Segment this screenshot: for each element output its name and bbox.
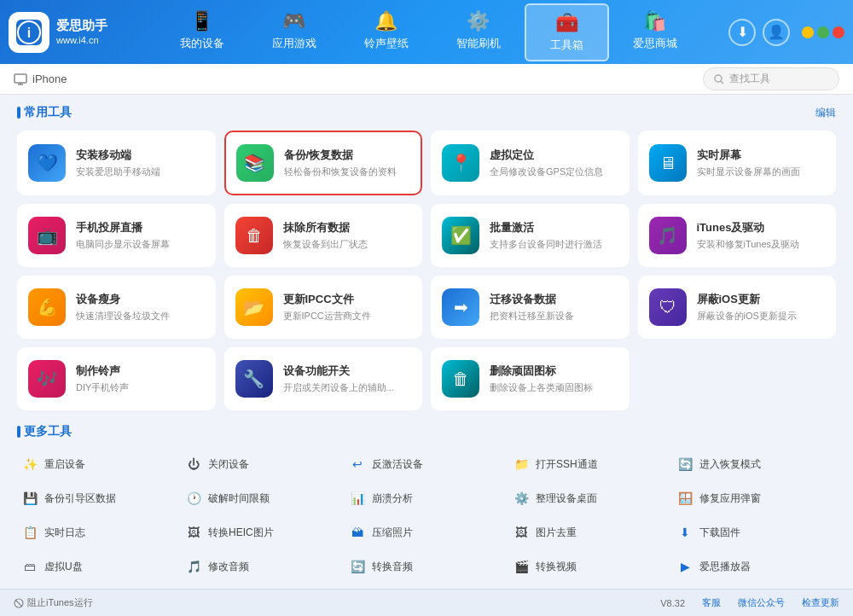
more-tool-crash-analysis[interactable]: 📊 崩溃分析 <box>345 484 508 513</box>
more-tool-convert-heic[interactable]: 🖼 转换HEIC图片 <box>181 518 345 547</box>
device-info: iPhone <box>14 73 67 86</box>
tool-icon-batch-activate: ✅ <box>442 217 479 254</box>
more-tool-aisi-player[interactable]: ▶ 爱思播放器 <box>672 552 836 581</box>
block-itunes-item[interactable]: 阻止iTunes运行 <box>14 596 93 609</box>
more-tool-ipa-sign[interactable]: 📝 IPA签名 <box>181 586 345 589</box>
tool-card-block-ios-update[interactable]: 🛡 屏蔽iOS更新 屏蔽设备的iOS更新提示 <box>638 276 837 339</box>
tool-desc-block-ios-update: 屏蔽设备的iOS更新提示 <box>697 310 826 322</box>
tool-desc-device-slim: 快速清理设备垃圾文件 <box>76 310 205 322</box>
more-tool-restart-device[interactable]: ✨ 重启设备 <box>17 450 181 479</box>
tool-card-migrate-data[interactable]: ➡ 迁移设备数据 把资料迁移至新设备 <box>431 276 630 339</box>
more-tool-deactivate-device[interactable]: ↩ 反激活设备 <box>345 450 508 479</box>
more-tool-recovery-mode[interactable]: 🔄 进入恢复模式 <box>672 450 836 479</box>
service-label[interactable]: 客服 <box>702 596 721 609</box>
nav-tab-aisi-store[interactable]: 🛍️爱思商城 <box>609 3 701 61</box>
more-tool-backup-guide[interactable]: 💾 备份引导区数据 <box>17 484 181 513</box>
download-button[interactable]: ⬇ <box>728 19 756 46</box>
svg-point-6 <box>715 75 722 82</box>
tool-card-update-ipcc[interactable]: 📂 更新IPCC文件 更新IPCC运营商文件 <box>224 276 423 339</box>
more-tool-organize-desktop[interactable]: ⚙️ 整理设备桌面 <box>508 484 672 513</box>
more-tool-social-backup[interactable]: 💬 社交软件备份 <box>345 586 508 589</box>
nav-tab-my-device[interactable]: 📱我的设备 <box>156 3 248 61</box>
nav-tab-icon-ringtones: 🔔 <box>374 10 397 32</box>
tool-info-remove-icons: 删除顽固图标 删除设备上各类顽固图标 <box>490 363 618 393</box>
tool-card-backup-restore[interactable]: 📚 备份/恢复数据 轻松备份和恢复设备的资料 <box>224 131 423 195</box>
tool-card-remove-icons[interactable]: 🗑 删除顽固图标 删除设备上各类顽固图标 <box>431 347 630 410</box>
more-tool-aisi-android[interactable]: 🤖 爱思安卓版 <box>17 586 181 589</box>
more-tool-name-convert-heic: 转换HEIC图片 <box>208 526 274 540</box>
maximize-button[interactable] <box>817 26 829 38</box>
tool-info-device-functions: 设备功能开关 开启或关闭设备上的辅助... <box>283 363 412 393</box>
tool-name-itunes-driver: iTunes及驱动 <box>697 220 826 235</box>
nav-tab-icon-toolbox: 🧰 <box>555 12 578 34</box>
user-button[interactable]: 👤 <box>763 19 790 46</box>
more-tool-fix-app-popup[interactable]: 🪟 修复应用弹窗 <box>672 484 836 513</box>
more-tool-emoji-maker[interactable]: 😊 表情制作 <box>672 586 836 589</box>
common-tools-header: 常用工具 编辑 <box>17 105 836 120</box>
more-tool-realtime-log[interactable]: 📋 实时日志 <box>17 518 181 547</box>
tool-card-erase-data[interactable]: 🗑 抹除所有数据 恢复设备到出厂状态 <box>224 204 423 267</box>
device-bar: iPhone 查找工具 <box>0 64 853 95</box>
edit-button[interactable]: 编辑 <box>815 106 836 120</box>
tool-card-itunes-driver[interactable]: 🎵 iTunes及驱动 安装和修复iTunes及驱动 <box>638 204 837 267</box>
more-tool-open-ssh[interactable]: 📁 打开SSH通道 <box>508 450 672 479</box>
monitor-icon <box>14 73 27 86</box>
more-tool-modify-audio[interactable]: 🎵 修改音频 <box>181 552 345 581</box>
more-tools-grid: ✨ 重启设备 ⏻ 关闭设备 ↩ 反激活设备 📁 打开SSH通道 🔄 进入恢复模式… <box>17 450 836 589</box>
main-content: 常用工具 编辑 💙 安装移动端 安装爱思助手移动端 📚 备份/恢复数据 轻松备份… <box>0 95 853 589</box>
more-tool-name-crash-analysis: 崩溃分析 <box>372 491 413 506</box>
tool-card-device-slim[interactable]: 💪 设备瘦身 快速清理设备垃圾文件 <box>17 276 216 339</box>
more-tool-name-convert-video: 转换视频 <box>536 560 577 574</box>
tool-info-backup-restore: 备份/恢复数据 轻松备份和恢复设备的资料 <box>284 148 411 177</box>
tool-card-device-functions[interactable]: 🔧 设备功能开关 开启或关闭设备上的辅助... <box>224 347 423 410</box>
more-tool-icon-convert-heic: 🖼 <box>186 525 201 540</box>
more-tool-manage-profile[interactable]: 📄 管理描述文件 <box>508 586 672 589</box>
tool-icon-virtual-location: 📍 <box>442 144 479 182</box>
more-tool-name-break-time-limit: 破解时间限额 <box>208 491 270 506</box>
more-tool-name-deactivate-device: 反激活设备 <box>372 457 423 472</box>
tool-info-make-ringtone: 制作铃声 DIY手机铃声 <box>76 363 205 393</box>
header-right: ⬇ 👤 <box>728 19 844 46</box>
more-tool-convert-audio[interactable]: 🔄 转换音频 <box>345 552 508 581</box>
tool-desc-device-functions: 开启或关闭设备上的辅助... <box>283 381 412 393</box>
more-tool-virtual-udisk[interactable]: 🗃 虚拟U盘 <box>17 552 181 581</box>
nav-tab-icon-my-device: 📱 <box>190 10 213 32</box>
tool-name-batch-activate: 批量激活 <box>490 220 618 235</box>
more-tool-shutdown-device[interactable]: ⏻ 关闭设备 <box>181 450 345 479</box>
more-tool-remove-duplicate-photo[interactable]: 🖼 图片去重 <box>508 518 672 547</box>
header: i 爱思助手 www.i4.cn 📱我的设备🎮应用游戏🔔铃声壁纸⚙️智能刷机🧰工… <box>0 0 853 64</box>
tool-card-make-ringtone[interactable]: 🎶 制作铃声 DIY手机铃声 <box>17 347 216 410</box>
tool-name-screen-mirror: 手机投屏直播 <box>76 220 205 235</box>
tool-info-update-ipcc: 更新IPCC文件 更新IPCC运营商文件 <box>283 292 412 322</box>
nav-tab-ringtones[interactable]: 🔔铃声壁纸 <box>340 3 432 61</box>
tool-name-update-ipcc: 更新IPCC文件 <box>283 292 412 307</box>
tool-card-screen-mirror[interactable]: 📺 手机投屏直播 电脑同步显示设备屏幕 <box>17 204 216 267</box>
search-box[interactable]: 查找工具 <box>703 67 839 90</box>
tool-card-batch-activate[interactable]: ✅ 批量激活 支持多台设备同时进行激活 <box>431 204 630 267</box>
more-tool-download-firmware[interactable]: ⬇ 下载固件 <box>672 518 836 547</box>
more-tool-icon-compress-photo: 🏔 <box>350 525 365 540</box>
wechat-label[interactable]: 微信公众号 <box>738 596 785 609</box>
tool-name-install-mobile: 安装移动端 <box>76 148 205 163</box>
more-tool-convert-video[interactable]: 🎬 转换视频 <box>508 552 672 581</box>
check-update-label[interactable]: 检查更新 <box>802 596 839 609</box>
tool-card-virtual-location[interactable]: 📍 虚拟定位 全局修改设备GPS定位信息 <box>431 131 630 195</box>
close-button[interactable] <box>833 26 844 38</box>
nav-tab-apps-games[interactable]: 🎮应用游戏 <box>248 3 340 61</box>
nav-tab-smart-flash[interactable]: ⚙️智能刷机 <box>432 3 525 61</box>
minimize-button[interactable] <box>802 26 814 38</box>
more-tool-break-time-limit[interactable]: 🕐 破解时间限额 <box>181 484 345 513</box>
tool-card-install-mobile[interactable]: 💙 安装移动端 安装爱思助手移动端 <box>17 131 216 195</box>
common-tools-grid: 💙 安装移动端 安装爱思助手移动端 📚 备份/恢复数据 轻松备份和恢复设备的资料… <box>17 131 836 410</box>
tool-card-realtime-screen[interactable]: 🖥 实时屏幕 实时显示设备屏幕的画面 <box>638 131 837 195</box>
svg-line-7 <box>721 81 723 84</box>
nav-tab-toolbox[interactable]: 🧰工具箱 <box>525 3 609 61</box>
tool-info-screen-mirror: 手机投屏直播 电脑同步显示设备屏幕 <box>76 220 205 250</box>
more-tool-name-compress-photo: 压缩照片 <box>372 526 413 540</box>
tool-desc-make-ringtone: DIY手机铃声 <box>76 381 205 393</box>
block-itunes-label: 阻止iTunes运行 <box>27 596 93 609</box>
more-tool-compress-photo[interactable]: 🏔 压缩照片 <box>345 518 508 547</box>
footer: 阻止iTunes运行 V8.32 客服 微信公众号 检查更新 <box>0 589 853 616</box>
tool-name-erase-data: 抹除所有数据 <box>283 220 412 235</box>
more-tool-icon-modify-audio: 🎵 <box>186 559 201 574</box>
